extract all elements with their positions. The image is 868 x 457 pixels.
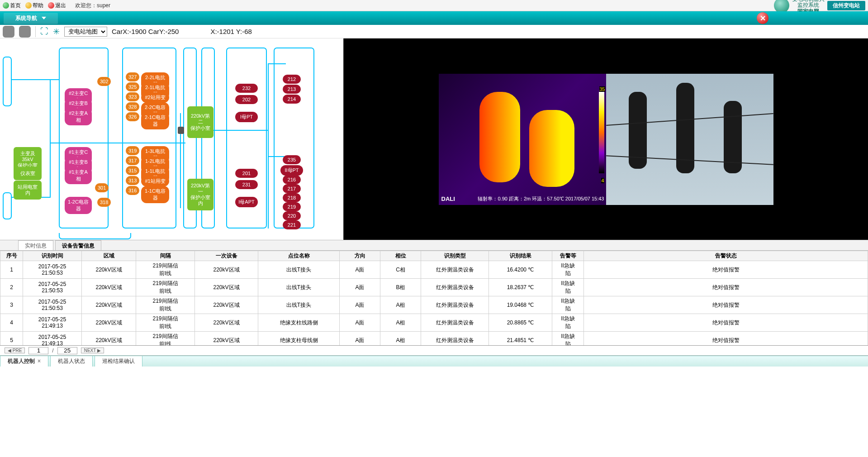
separator [35, 26, 36, 37]
col-header[interactable]: 方向 [340, 251, 380, 261]
tab-alarms[interactable]: 设备告警信息 [55, 240, 101, 250]
cell: 绝对值报警 [584, 332, 868, 346]
cell: 220kV区域 [82, 261, 136, 279]
tab-robot-control[interactable]: 机器人控制× [0, 356, 48, 367]
col-header[interactable]: 告警状态 [584, 251, 868, 261]
system-nav-button[interactable]: 系统导航 [4, 13, 58, 24]
cell: 红外测温类设备 [421, 314, 489, 332]
cell: 绝缘支柱线路侧 [258, 314, 340, 332]
map-tag: 216 [283, 175, 301, 184]
col-header[interactable]: 点位名称 [258, 251, 340, 261]
prev-button[interactable]: ◀ PRE [5, 348, 25, 353]
map-tag: 214 [283, 95, 301, 104]
map-box [3, 57, 12, 106]
tool-icon-2[interactable] [19, 26, 31, 38]
map-toolbar: ⛶ ✳ 变电站地图 CarX:-1900 CarY:-250 X:-1201 Y… [0, 25, 868, 38]
table-row[interactable]: 52017-05-25 21:49:13220kV区域219间隔信 前I线220… [0, 332, 868, 346]
help-label: 帮助 [33, 2, 43, 10]
center-icon[interactable]: ✳ [53, 27, 60, 37]
thermal-scale [599, 92, 604, 173]
tab-realtime[interactable]: 实时信息 [18, 240, 53, 250]
col-header[interactable]: 识别类型 [421, 251, 489, 261]
alarm-table: 序号识别时间区域间隔一次设备点位名称方向相位识别类型识别结果告警等告警状态 12… [0, 251, 868, 346]
cell: A面 [340, 279, 380, 296]
cell: 220kV区域 [82, 332, 136, 346]
cell: II急缺 陷 [552, 332, 584, 346]
cell: II急缺 陷 [552, 261, 584, 279]
table-row[interactable]: 32017-05-25 21:50:53220kV区域219间隔信 前I线220… [0, 296, 868, 314]
mouse-coord: X:-1201 Y:-68 [210, 28, 251, 35]
help-button[interactable]: 帮助 [25, 2, 43, 10]
close-button[interactable]: ✕ [757, 12, 768, 24]
col-header[interactable]: 识别结果 [489, 251, 552, 261]
col-header[interactable]: 识别时间 [23, 251, 82, 261]
expand-icon[interactable]: ⛶ [40, 27, 48, 36]
cell: 红外测温类设备 [421, 279, 489, 296]
cell: 3 [0, 296, 23, 314]
map-tag: 220 [283, 211, 301, 220]
home-button[interactable]: 首页 [3, 2, 21, 10]
map-tag: #2主变A相 [65, 108, 92, 125]
tab-robot-status[interactable]: 机器人状态 [50, 356, 93, 367]
map-tag: 219 [283, 202, 301, 211]
cell: 2017-05-25 21:50:53 [23, 261, 82, 279]
map-tag: 323 [126, 92, 139, 101]
map-tag: 220kV第二 保护小室 [187, 106, 213, 138]
map-tag: 221 [283, 220, 301, 229]
cell: 红外测温类设备 [421, 332, 489, 346]
map-tag: 301 [95, 183, 109, 192]
map-tag: 317 [126, 156, 139, 165]
substation-map[interactable]: 主变及35kV 保护小室 仪表室 站用电室内 220kV第二 保护小室 220k… [0, 38, 344, 240]
map-tag: 313 [126, 176, 139, 185]
map-tag: 站用电室内 [14, 181, 42, 200]
map-tag: 319 [126, 146, 139, 155]
map-wire [12, 79, 59, 80]
table-row[interactable]: 42017-05-25 21:49:13220kV区域219间隔信 前I线220… [0, 314, 868, 332]
cell: A相 [380, 332, 421, 346]
cell: 红外测温类设备 [421, 261, 489, 279]
col-header[interactable]: 相位 [380, 251, 421, 261]
map-tag: 220kV第一 保护小室内 [187, 179, 213, 210]
map-tag: 325 [126, 82, 139, 91]
brand-line2: 监控系统 [797, 2, 819, 8]
map-tag: 1-1C电容器 [141, 186, 169, 203]
map-tag: 217 [283, 184, 301, 193]
cell: 16.4200 ℃ [489, 261, 552, 279]
map-tag: 212 [283, 75, 301, 84]
cell: 2017-05-25 21:49:13 [23, 332, 82, 346]
map-wire [50, 79, 51, 197]
col-header[interactable]: 序号 [0, 251, 23, 261]
tab-inspection-confirm[interactable]: 巡检结果确认 [95, 356, 142, 367]
cell: 绝对值报警 [584, 314, 868, 332]
cell: 出线T接头 [258, 279, 340, 296]
table-row[interactable]: 12017-05-25 21:50:53220kV区域219间隔信 前I线220… [0, 261, 868, 279]
cell: 19.0468 ℃ [489, 296, 552, 314]
cell: 21.4851 ℃ [489, 332, 552, 346]
col-header[interactable]: 区域 [82, 251, 136, 261]
cell: A相 [380, 314, 421, 332]
info-tabs: 实时信息 设备告警信息 [0, 240, 868, 251]
thermal-scale-lo: 4 [601, 178, 604, 183]
map-tag: I母APT [235, 197, 258, 207]
page-sep: / [52, 348, 53, 354]
bottom-tabs: 机器人控制× 机器人状态 巡检结果确认 [0, 356, 868, 367]
alarm-table-wrap[interactable]: 序号识别时间区域间隔一次设备点位名称方向相位识别类型识别结果告警等告警状态 12… [0, 251, 868, 346]
cell: 4 [0, 314, 23, 332]
cell: 20.8865 ℃ [489, 314, 552, 332]
map-tag: 231 [235, 180, 258, 189]
close-icon[interactable]: × [38, 358, 41, 364]
col-header[interactable]: 一次设备 [195, 251, 258, 261]
exit-button[interactable]: 退出 [48, 2, 66, 10]
page-input[interactable] [28, 347, 48, 354]
system-nav-label: 系统导航 [15, 14, 37, 22]
cell: 2 [0, 279, 23, 296]
table-row[interactable]: 22017-05-25 21:50:53220kV区域219间隔信 前I线220… [0, 279, 868, 296]
welcome-text: 欢迎您：super [75, 2, 110, 10]
map-select[interactable]: 变电站地图 [64, 27, 107, 37]
next-button[interactable]: NEXT ▶ [81, 348, 104, 353]
camera-panel: 35 4 DALI 辐射率：0.90 距离：2m 环温：57.50℃ 2017/… [344, 38, 868, 240]
cell: 1 [0, 261, 23, 279]
tool-icon-1[interactable] [3, 26, 14, 38]
col-header[interactable]: 告警等 [552, 251, 584, 261]
col-header[interactable]: 间隔 [136, 251, 195, 261]
